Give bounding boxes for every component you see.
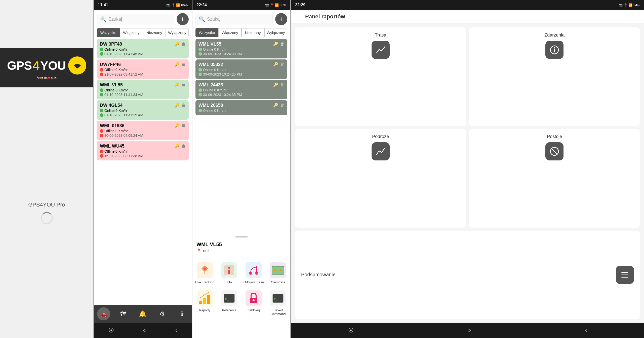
svg-point-2: [204, 267, 206, 270]
add-vehicle-button-3[interactable]: +: [275, 13, 287, 25]
status-time-3: 22:24: [196, 3, 207, 7]
vehicle-status-2: Online 0 Km/hr: [104, 88, 128, 92]
reports-label: Raporty: [199, 308, 211, 312]
svg-rect-35: [621, 275, 628, 275]
android-menu-btn-4[interactable]: ⦿: [348, 327, 354, 334]
trash-icon-1[interactable]: 🗑: [182, 62, 186, 67]
report-grid: Trasa Zdarzenia Podróże: [291, 23, 644, 323]
vehicle-time-p3-2: 30-09-2023 10:24:35 PM: [203, 93, 242, 97]
trash-icon-5[interactable]: 🗑: [182, 144, 186, 148]
back-button[interactable]: ←: [295, 13, 301, 20]
action-lock[interactable]: Zablokuj: [242, 287, 266, 319]
lock-icon: [246, 290, 262, 306]
sheet-handle: [235, 236, 248, 238]
status-dot-p3-0: [198, 48, 202, 51]
report-card-zdarzenia[interactable]: Zdarzenia: [469, 27, 640, 126]
action-live-tracking[interactable]: Live Tracking: [192, 259, 217, 287]
status-dot-online-0: [100, 48, 103, 51]
tab-off-3[interactable]: Wyłączony: [264, 28, 287, 37]
geofence-icon: [270, 262, 286, 278]
nav-vehicles-btn[interactable]: 🚗: [97, 307, 110, 320]
report-podroze-icon: [372, 142, 390, 160]
nav-alerts-btn[interactable]: 🔔: [136, 307, 149, 320]
vehicle-card-5[interactable]: WML WU45 Offline 0 Km/hr 15-07-2022 03:1…: [97, 141, 189, 160]
search-placeholder-1: Szukaj: [108, 17, 122, 22]
report-card-postoje[interactable]: Postoje: [469, 129, 640, 227]
trash-icon-p3-3[interactable]: 🗑: [280, 103, 284, 108]
add-vehicle-button-1[interactable]: +: [177, 13, 189, 25]
vehicle-card-1[interactable]: DW7FP46 Offline 0 Km/hr 21-07-2022 03:41…: [97, 59, 189, 79]
svg-rect-6: [228, 270, 230, 274]
time-dot-4: [100, 134, 103, 137]
vehicle-status-5: Offline 0 Km/hr: [104, 149, 128, 153]
trash-icon-0[interactable]: 🗑: [182, 42, 186, 46]
time-dot-0: [100, 52, 103, 56]
filter-tabs-1: Wszystko Włączony Nieznany Wyłączony: [94, 28, 192, 39]
loading-spinner: [41, 212, 53, 224]
replay-route-icon: [246, 262, 262, 278]
panel-vehicle-detail: 22:24 📷 📍 📶 35% 🔍 Szukaj + Wszystko Włąc…: [192, 0, 290, 338]
action-geofence[interactable]: Geostrefa: [266, 259, 290, 287]
report-card-trasa[interactable]: Trasa: [295, 27, 466, 126]
status-bar-3: 22:24 📷 📍 📶 35%: [192, 0, 290, 10]
vehicle-card-2[interactable]: WML VL55 Online 0 Km/hr 01-10-2023 11:41…: [97, 80, 189, 99]
trash-icon-p3-2[interactable]: 🗑: [280, 83, 284, 87]
vehicle-card-4[interactable]: WML 01936 Offline 0 Km/hr 30-05-2023 04:…: [97, 121, 189, 140]
tab-on-3[interactable]: Włączony: [218, 28, 241, 37]
tab-off-1[interactable]: Wyłączony: [166, 28, 189, 37]
action-saved-command[interactable]: ▶_ Saved Command: [266, 287, 290, 319]
live-tracking-icon: [197, 262, 213, 278]
svg-rect-7: [246, 262, 262, 278]
vehicle-card-p3-1[interactable]: WML 05322 Online 0 Km/hr 30-09-2023 10:2…: [195, 59, 287, 79]
bottom-nav-1: 🚗 🗺 🔔 ⚙ ℹ: [94, 305, 192, 323]
svg-rect-19: [207, 295, 210, 304]
trash-icon-p3-0[interactable]: 🗑: [280, 42, 284, 46]
sheet-location: 📍 null: [192, 248, 290, 257]
action-info[interactable]: Info: [217, 259, 241, 287]
tab-all-3[interactable]: Wszystko: [195, 28, 218, 37]
time-dot-p3-0: [198, 52, 202, 56]
search-icon-3: 🔍: [199, 16, 205, 22]
vehicle-status-p3-2: Online 0 Km/hr: [203, 88, 226, 92]
vehicle-card-p3-0[interactable]: WML VL55 Online 0 Km/hr 30-09-2023 10:24…: [195, 39, 287, 58]
key-icon-p3-0: 🔑: [273, 42, 278, 46]
key-icon-1: 🔑: [175, 62, 180, 67]
vehicle-status-1: Offline 0 Km/hr: [104, 68, 128, 72]
trash-icon-4[interactable]: 🗑: [182, 123, 186, 128]
android-home-btn-4[interactable]: ○: [468, 327, 471, 334]
vehicle-card-p3-2[interactable]: WML 24433 Online 0 Km/hr 30-09-2023 10:2…: [195, 80, 287, 99]
vehicle-card-p3-3[interactable]: WML 20658 Online 0 Km/hr 🔑 🗑: [195, 100, 287, 115]
nav-settings-btn[interactable]: ⚙: [156, 307, 169, 320]
vehicle-card-0[interactable]: DW 3PF48 Online 0 Km/hr 01-10-2023 11:41…: [97, 39, 189, 58]
nav-info-btn[interactable]: ℹ: [175, 307, 188, 320]
vehicle-name-p3-1: WML 05322: [198, 62, 242, 67]
report-card-podsumowanie[interactable]: Podsumowanie: [295, 231, 640, 319]
report-panel-title: Panel raportów: [305, 13, 345, 20]
android-menu-btn[interactable]: ⦿: [108, 327, 114, 334]
trash-icon-p3-1[interactable]: 🗑: [280, 62, 284, 67]
action-commands[interactable]: ▶_ Polecenia: [217, 287, 241, 319]
vehicle-name-p3-3: WML 20658: [198, 103, 226, 108]
trash-icon-3[interactable]: 🗑: [182, 103, 186, 108]
status-icons-4: 📷 📍 📶 34%: [619, 3, 640, 7]
vehicle-card-3[interactable]: DW 4GL54 Online 0 Km/hr 01-10-2023 11:41…: [97, 100, 189, 120]
vehicle-name-0: DW 3PF48: [100, 42, 143, 47]
android-home-btn[interactable]: ○: [143, 327, 146, 334]
status-dot-p3-3: [198, 109, 202, 112]
tab-unknown-1[interactable]: Nieznany: [143, 28, 166, 37]
android-back-btn-4[interactable]: ‹: [585, 327, 587, 334]
action-reports[interactable]: Raporty: [192, 287, 217, 319]
trash-icon-2[interactable]: 🗑: [182, 83, 186, 87]
tab-all-1[interactable]: Wszystko: [97, 28, 120, 37]
tab-on-1[interactable]: Włączony: [120, 28, 143, 37]
action-replay-route[interactable]: Odtwórz trasę: [242, 259, 266, 287]
key-icon-5: 🔑: [175, 144, 180, 148]
android-back-btn[interactable]: ‹: [175, 327, 177, 334]
svg-rect-17: [199, 301, 202, 304]
vehicle-status-4: Offline 0 Km/hr: [104, 129, 128, 133]
tab-unknown-3[interactable]: Nieznany: [242, 28, 264, 37]
report-zdarzenia-icon: [545, 41, 564, 59]
report-card-podroze[interactable]: Podróże: [295, 129, 466, 227]
nav-map-btn[interactable]: 🗺: [117, 307, 130, 320]
key-icon-2: 🔑: [175, 82, 180, 87]
